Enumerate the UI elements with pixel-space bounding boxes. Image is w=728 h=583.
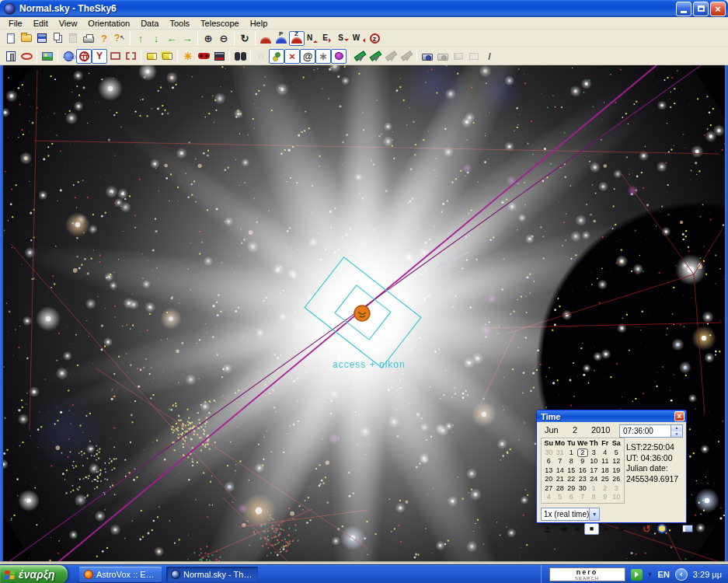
calendar-day[interactable]: 24: [588, 475, 600, 484]
calendar-day[interactable]: 7: [555, 457, 566, 466]
calendar-day[interactable]: 9: [600, 493, 611, 502]
use-computer-clock-button[interactable]: [654, 523, 669, 535]
daylight-icon[interactable]: ☀: [180, 49, 196, 64]
time-value[interactable]: 07:36:00: [619, 424, 671, 438]
calendar-day[interactable]: 6: [566, 493, 577, 502]
calendar-day[interactable]: 31: [555, 449, 566, 458]
telescope-park-icon[interactable]: [399, 49, 414, 64]
telescope-sync-icon[interactable]: [383, 49, 399, 64]
calendar-day[interactable]: 7: [577, 493, 589, 502]
constellation-boundaries-icon[interactable]: [107, 49, 123, 64]
calendar-day[interactable]: 9: [577, 457, 589, 466]
time-rate-select[interactable]: 1x (real time) ▼: [541, 508, 600, 521]
look-south-icon[interactable]: S: [336, 31, 351, 46]
pan-right-icon[interactable]: →: [179, 31, 195, 46]
zoom-out-icon[interactable]: ⊖: [216, 31, 232, 46]
look-east-icon[interactable]: E: [320, 31, 336, 46]
labels-icon[interactable]: [144, 49, 159, 64]
tray-app-icon[interactable]: [631, 569, 643, 581]
horizon-dome-icon[interactable]: [258, 31, 273, 46]
camera-control-icon[interactable]: [420, 49, 435, 64]
calendar-day[interactable]: 8: [588, 493, 600, 502]
menu-telescope[interactable]: Telescope: [195, 18, 245, 29]
menu-tools[interactable]: Tools: [164, 18, 195, 29]
time-up-icon[interactable]: ▲: [671, 425, 682, 431]
menu-view[interactable]: View: [54, 18, 83, 29]
time-spinner[interactable]: ▲▼: [671, 424, 683, 438]
language-indicator[interactable]: EN: [658, 570, 670, 579]
equatorial-grid-icon[interactable]: [76, 49, 92, 64]
tray-caret-icon[interactable]: ▼: [648, 572, 653, 577]
calendar-day[interactable]: 27: [543, 484, 555, 494]
chart-boundary-icon[interactable]: [123, 49, 138, 64]
taskbar-task-astrovox[interactable]: AstroVox :: Επισκόπη...: [79, 567, 162, 582]
calendar-day[interactable]: 10: [611, 493, 622, 502]
zenith-icon[interactable]: z: [367, 31, 382, 46]
calendar-day[interactable]: 6: [543, 457, 555, 466]
dropdown-arrow-icon[interactable]: ▼: [590, 508, 600, 521]
zoom-in-icon[interactable]: ⊕: [200, 31, 216, 46]
telescope-link-icon[interactable]: [352, 49, 367, 64]
calendar-day[interactable]: 4: [543, 493, 555, 502]
take-image-icon[interactable]: [435, 49, 451, 64]
calendar-day[interactable]: 21: [555, 475, 566, 484]
calendar-day[interactable]: 12: [611, 457, 622, 466]
new-document-icon[interactable]: [3, 31, 19, 46]
help-icon[interactable]: ?: [96, 31, 112, 46]
calendar-day[interactable]: 8: [566, 457, 577, 466]
nero-search-widget[interactable]: nero SEARCH: [549, 567, 625, 581]
calendar-day[interactable]: 4: [600, 449, 611, 458]
hide-icons-chevron[interactable]: ‹: [675, 568, 688, 581]
calendar-day[interactable]: 22: [566, 475, 577, 484]
calendar-day-selected[interactable]: 2: [577, 449, 589, 458]
calendar-day[interactable]: 17: [588, 466, 600, 476]
filter-clusters-icon[interactable]: ∗: [315, 49, 331, 64]
celestial-sphere-icon[interactable]: [61, 49, 76, 64]
constellation-lines-icon[interactable]: Y: [92, 49, 107, 64]
month-value[interactable]: Jun: [545, 425, 573, 435]
rewind-button[interactable]: ◀◀: [555, 523, 570, 535]
stop-button[interactable]: ■: [584, 523, 599, 535]
calendar-day[interactable]: 16: [577, 466, 589, 476]
time-down-icon[interactable]: ▼: [671, 431, 682, 438]
find-icon[interactable]: [232, 49, 248, 64]
calendar-day[interactable]: 26: [611, 475, 622, 484]
calendar-day[interactable]: 1: [566, 449, 577, 458]
filter-galaxies-icon[interactable]: @: [300, 49, 315, 64]
pan-left-icon[interactable]: ←: [164, 31, 179, 46]
minimize-button[interactable]: [676, 2, 691, 16]
menu-orientation[interactable]: Orientation: [82, 18, 135, 29]
calendar-day[interactable]: 3: [611, 484, 622, 494]
calendar-day[interactable]: 28: [555, 484, 566, 494]
skip-to-start-button[interactable]: ▲: [540, 523, 555, 535]
horizon-display-icon[interactable]: [40, 49, 55, 64]
time-input[interactable]: 07:36:00 ▲▼: [619, 424, 683, 438]
calendar-day[interactable]: 14: [555, 466, 566, 476]
common-names-icon[interactable]: [159, 49, 175, 64]
look-west-icon[interactable]: W: [351, 31, 367, 46]
calendar-day[interactable]: 18: [600, 466, 611, 476]
virtual-sky-icon[interactable]: [19, 49, 34, 64]
year-value[interactable]: 2010: [591, 425, 622, 435]
paste-icon[interactable]: [65, 31, 81, 46]
calendar-day[interactable]: 2: [600, 484, 611, 494]
filter-variable-stars-icon[interactable]: ×: [284, 49, 300, 64]
calendar-day[interactable]: 13: [543, 466, 555, 476]
calendar-day[interactable]: 5: [555, 493, 566, 502]
pan-up-icon[interactable]: ↑: [133, 31, 148, 46]
open-icon[interactable]: [19, 31, 34, 46]
step-forward-button[interactable]: ▶: [599, 523, 614, 535]
time-rate-value[interactable]: 1x (real time): [541, 508, 590, 521]
calendar-day[interactable]: 23: [577, 475, 589, 484]
day-value[interactable]: 2: [573, 425, 591, 435]
photo-like-sky-icon[interactable]: [211, 49, 227, 64]
calendar-day[interactable]: 30: [543, 449, 555, 458]
menu-edit[interactable]: Edit: [28, 18, 54, 29]
filter-stars-icon[interactable]: ○: [253, 49, 269, 64]
filter-double-stars-icon[interactable]: [269, 49, 284, 64]
calendar-day[interactable]: 10: [588, 457, 600, 466]
time-panel-close-button[interactable]: ×: [674, 411, 684, 421]
save-icon[interactable]: [34, 31, 50, 46]
rotate-view-icon[interactable]: ↻: [237, 31, 253, 46]
menu-help[interactable]: Help: [245, 18, 273, 29]
